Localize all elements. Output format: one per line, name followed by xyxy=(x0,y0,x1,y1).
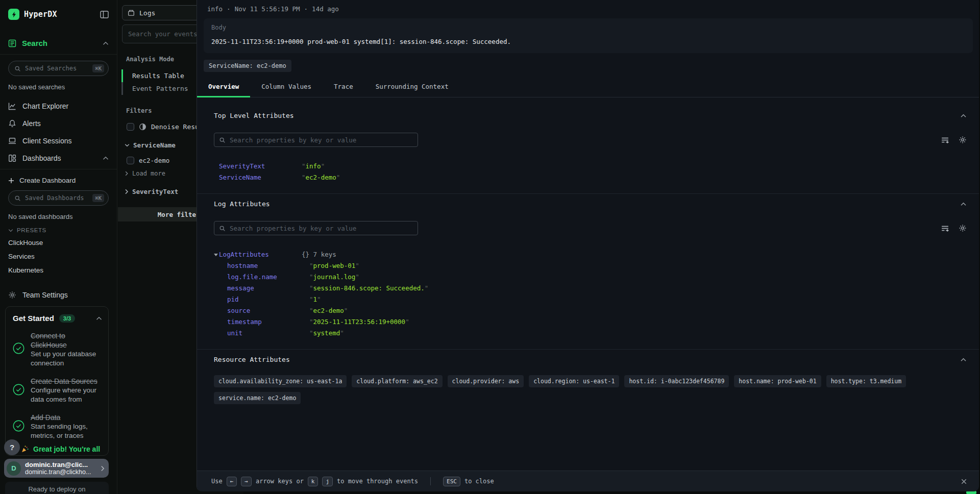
source-selector-label: Logs xyxy=(139,9,155,17)
settings-gear-icon[interactable] xyxy=(959,136,967,144)
deploy-banner[interactable]: Ready to deploy on xyxy=(5,482,109,494)
chevron-right-icon xyxy=(101,465,105,472)
sidebar-item-chart-explorer[interactable]: Chart Explorer xyxy=(0,97,117,115)
property-value[interactable]: journal.log xyxy=(309,271,359,283)
step-title: Add Data xyxy=(31,413,102,422)
property-key[interactable]: log.file.name xyxy=(227,271,309,283)
sidebar-item-dashboards[interactable]: Dashboards xyxy=(0,150,117,169)
property-key[interactable]: LogAttributes xyxy=(219,249,302,260)
sidebar-item-search[interactable]: Search xyxy=(0,39,117,55)
chevron-up-icon[interactable] xyxy=(96,316,102,320)
property-key[interactable]: unit xyxy=(227,328,309,339)
denoise-icon xyxy=(139,123,146,131)
nav-label: Chart Explorer xyxy=(22,102,68,110)
get-started-step-add-data[interactable]: Add Data Start sending logs, metrics, or… xyxy=(13,413,102,440)
user-menu[interactable]: D dominic.tran@clic... dominic.tran@clic… xyxy=(4,459,109,478)
property-search-input[interactable] xyxy=(230,225,413,232)
preset-kubernetes[interactable]: Kubernetes xyxy=(0,263,117,277)
get-started-header[interactable]: Get Started 3/3 xyxy=(13,314,102,323)
property-value[interactable]: prod-web-01 xyxy=(309,260,359,271)
property-search-box[interactable] xyxy=(214,221,418,235)
property-search-box[interactable] xyxy=(214,133,418,147)
logs-source-icon xyxy=(128,9,135,16)
collapse-section-icon[interactable] xyxy=(960,202,967,206)
get-started-step-connect[interactable]: Connect to ClickHouse Set up your databa… xyxy=(13,331,102,368)
sidebar-collapse-icon[interactable] xyxy=(100,11,109,18)
event-relative-time: 14d ago xyxy=(312,5,339,13)
line-wrap-icon[interactable] xyxy=(941,224,949,233)
nav-label: Dashboards xyxy=(22,154,61,162)
property-value[interactable]: ec2-demo xyxy=(309,305,348,316)
service-name-tag[interactable]: ServiceName: ec2-demo xyxy=(204,60,291,72)
saved-dashboards-input[interactable]: ⌘K xyxy=(8,190,109,206)
user-email: dominic.tran@clickho... xyxy=(25,468,96,476)
property-key[interactable]: timestamp xyxy=(227,316,309,328)
plus-icon xyxy=(8,178,14,184)
body-label: Body xyxy=(211,24,965,31)
step-desc: Start sending logs, metrics, or traces xyxy=(31,422,102,440)
property-key[interactable]: message xyxy=(227,283,309,294)
property-key[interactable]: SeverityText xyxy=(219,161,302,172)
kbd-esc: ESC xyxy=(443,477,460,486)
collapse-section-icon[interactable] xyxy=(960,358,967,362)
resource-chip[interactable]: host.id: i-0abc123def456789 xyxy=(624,375,729,387)
settings-gear-icon[interactable] xyxy=(959,224,967,232)
get-started-card: Get Started 3/3 Connect to ClickHouse Se… xyxy=(5,306,109,456)
resource-chip[interactable]: cloud.provider: aws xyxy=(448,375,524,387)
resource-chip[interactable]: host.name: prod-web-01 xyxy=(734,375,821,387)
saved-searches-input[interactable]: ⌘K xyxy=(8,61,109,76)
tab-trace[interactable]: Trace xyxy=(323,78,364,97)
help-button[interactable]: ? xyxy=(4,439,20,455)
get-started-step-sources[interactable]: Create Data Sources Configure where your… xyxy=(13,377,102,404)
deploy-banner-text: Ready to deploy on xyxy=(28,485,85,494)
resource-chip[interactable]: cloud.platform: aws_ec2 xyxy=(352,375,442,387)
bell-icon xyxy=(8,119,16,128)
facet-checkbox[interactable] xyxy=(127,157,134,164)
chart-icon xyxy=(8,102,16,110)
collapse-section-icon[interactable] xyxy=(960,114,967,118)
sidebar: HyperDX Search ⌘K No saved searches Char… xyxy=(0,0,117,494)
resource-chip[interactable]: cloud.availability_zone: us-east-1a xyxy=(214,375,347,387)
resource-chip[interactable]: service.name: ec2-demo xyxy=(214,392,301,404)
chevron-up-icon[interactable] xyxy=(103,41,109,45)
property-search-input[interactable] xyxy=(230,136,413,144)
property-key[interactable]: source xyxy=(227,305,309,316)
property-key[interactable]: pid xyxy=(227,294,309,305)
property-value[interactable]: 2025-11-11T23:56:19+0000 xyxy=(309,316,409,328)
congrats-text: Great job! You're all xyxy=(33,445,100,453)
presets-toggle[interactable]: PRESETS xyxy=(8,227,109,233)
property-value[interactable]: systemd xyxy=(309,328,344,339)
preset-services[interactable]: Services xyxy=(0,250,117,263)
property-value[interactable]: session-846.scope: Succeeded. xyxy=(309,283,428,294)
no-saved-searches-text: No saved searches xyxy=(8,83,109,91)
saved-dashboards-field[interactable] xyxy=(25,194,88,202)
sidebar-item-team-settings[interactable]: Team Settings xyxy=(0,286,117,304)
denoise-checkbox[interactable] xyxy=(127,123,134,131)
property-key[interactable]: ServiceName xyxy=(219,172,302,183)
create-dashboard-button[interactable]: Create Dashboard xyxy=(0,169,117,184)
collapse-caret-icon[interactable] xyxy=(214,249,219,260)
property-row: SeverityText info xyxy=(214,161,967,172)
resource-chip[interactable]: cloud.region: us-east-1 xyxy=(529,375,619,387)
log-detail-panel: info · Nov 11 5:56:19 PM · 14d ago Body … xyxy=(197,0,979,491)
close-panel-icon[interactable] xyxy=(960,478,968,485)
property-value[interactable]: 1 xyxy=(309,294,321,305)
tab-surrounding-context[interactable]: Surrounding Context xyxy=(364,78,460,97)
property-row: hostname prod-web-01 xyxy=(214,260,967,271)
line-wrap-icon[interactable] xyxy=(941,136,949,144)
sidebar-item-client-sessions[interactable]: Client Sessions xyxy=(0,132,117,150)
tab-column-values[interactable]: Column Values xyxy=(250,78,323,97)
preset-clickhouse[interactable]: ClickHouse xyxy=(0,236,117,250)
property-value[interactable]: info xyxy=(302,161,325,172)
property-value[interactable]: ec2-demo xyxy=(302,172,340,183)
property-key[interactable]: hostname xyxy=(227,260,309,271)
saved-searches-field[interactable] xyxy=(25,65,88,72)
footer-divider xyxy=(430,477,431,485)
step-title: Create Data Sources xyxy=(31,377,102,386)
resource-chip[interactable]: host.type: t3.medium xyxy=(826,375,906,387)
chevron-up-icon[interactable] xyxy=(103,156,109,160)
user-name: dominic.tran@clic... xyxy=(25,461,96,468)
sidebar-item-alerts[interactable]: Alerts xyxy=(0,115,117,132)
tab-overview[interactable]: Overview xyxy=(197,78,250,97)
nav-label: Alerts xyxy=(22,119,41,128)
